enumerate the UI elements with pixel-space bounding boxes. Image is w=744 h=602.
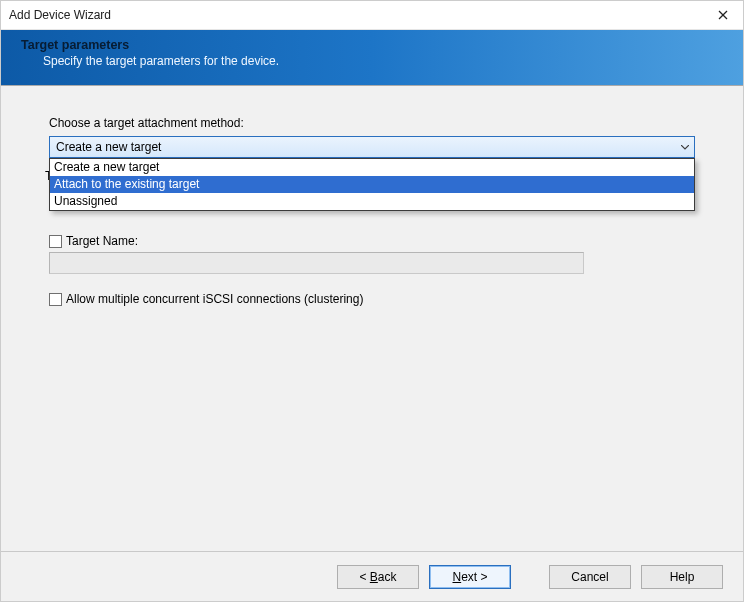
next-button-label: Next >	[452, 570, 487, 584]
target-name-input[interactable]	[49, 252, 584, 274]
close-icon	[718, 10, 728, 20]
back-button-label: < Back	[359, 570, 396, 584]
method-label: Choose a target attachment method:	[49, 116, 695, 130]
method-option[interactable]: Create a new target	[50, 159, 694, 176]
next-button[interactable]: Next >	[429, 565, 511, 589]
wizard-content: Choose a target attachment method: Creat…	[1, 86, 743, 551]
method-option[interactable]: Attach to the existing target	[50, 176, 694, 193]
target-name-checkbox[interactable]	[49, 235, 62, 248]
clustering-row: Allow multiple concurrent iSCSI connecti…	[49, 292, 695, 306]
clustering-label: Allow multiple concurrent iSCSI connecti…	[66, 292, 363, 306]
wizard-window: Add Device Wizard Target parameters Spec…	[0, 0, 744, 602]
target-name-row: Target Name:	[49, 234, 695, 248]
back-button[interactable]: < Back	[337, 565, 419, 589]
banner-subtext: Specify the target parameters for the de…	[21, 54, 723, 68]
method-selected-text: Create a new target	[56, 140, 161, 154]
titlebar: Add Device Wizard	[1, 1, 743, 30]
cancel-button-label: Cancel	[571, 570, 608, 584]
wizard-banner: Target parameters Specify the target par…	[1, 30, 743, 86]
help-button[interactable]: Help	[641, 565, 723, 589]
method-combobox[interactable]: Create a new target	[49, 136, 695, 158]
close-button[interactable]	[703, 1, 743, 29]
window-title: Add Device Wizard	[9, 8, 111, 22]
help-button-label: Help	[670, 570, 695, 584]
target-name-label: Target Name:	[66, 234, 138, 248]
chevron-down-icon	[680, 142, 690, 152]
method-option[interactable]: Unassigned	[50, 193, 694, 210]
banner-heading: Target parameters	[21, 38, 723, 52]
clustering-checkbox[interactable]	[49, 293, 62, 306]
method-dropdown[interactable]: Create a new targetAttach to the existin…	[49, 158, 695, 211]
cancel-button[interactable]: Cancel	[549, 565, 631, 589]
wizard-footer: < Back Next > Cancel Help	[1, 551, 743, 601]
